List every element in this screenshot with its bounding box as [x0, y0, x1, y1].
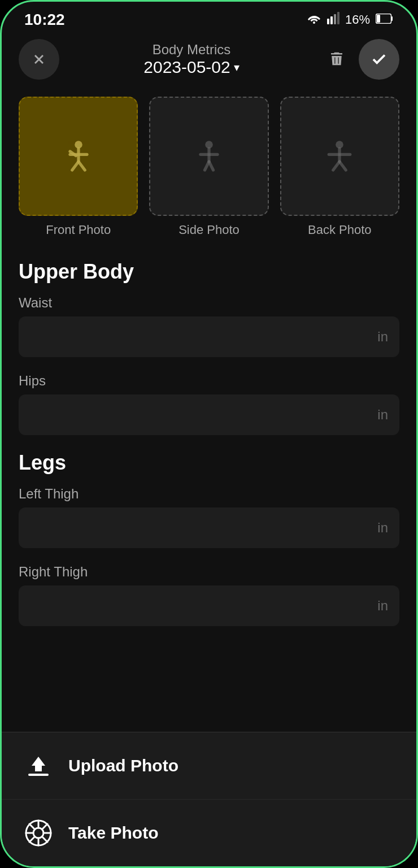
back-person-icon [323, 140, 356, 173]
upper-body-title: Upper Body [19, 260, 399, 284]
status-bar: 10:22 16% [2, 2, 416, 33]
camera-icon [24, 819, 53, 847]
take-photo-action[interactable]: Take Photo [2, 800, 416, 866]
svg-marker-25 [32, 757, 45, 771]
svg-rect-24 [28, 774, 49, 776]
hips-field-container: Hips in [19, 373, 399, 435]
waist-field-container: Waist in [19, 295, 399, 357]
side-photo-box[interactable] [149, 97, 268, 216]
right-thigh-unit: in [377, 598, 388, 614]
left-thigh-label: Left Thigh [19, 486, 399, 502]
close-button[interactable] [19, 39, 59, 80]
confirm-button[interactable] [359, 39, 399, 80]
delete-button[interactable] [324, 46, 350, 73]
svg-rect-3 [337, 12, 339, 24]
svg-line-33 [42, 837, 47, 842]
front-photo-slot: Front Photo [19, 97, 138, 237]
status-icons: 16% [307, 12, 394, 28]
svg-line-23 [339, 162, 346, 170]
svg-rect-5 [377, 15, 380, 23]
right-thigh-field-container: Right Thigh in [19, 564, 399, 626]
header-date-row[interactable]: 2023-05-02 ▾ [143, 58, 239, 77]
svg-rect-0 [327, 19, 329, 24]
hips-input-wrapper: in [19, 394, 399, 435]
hips-unit: in [377, 407, 388, 423]
side-photo-slot: Side Photo [149, 97, 268, 237]
status-time: 10:22 [24, 11, 65, 29]
svg-line-18 [209, 162, 214, 170]
right-thigh-input-wrapper: in [19, 585, 399, 626]
side-photo-label: Side Photo [178, 223, 240, 237]
back-photo-box[interactable] [280, 97, 399, 216]
take-photo-label: Take Photo [68, 823, 158, 843]
svg-line-12 [79, 162, 85, 170]
back-photo-slot: Back Photo [280, 97, 399, 237]
photo-section: Front Photo Side Photo [2, 91, 416, 249]
hips-label: Hips [19, 373, 399, 389]
upper-body-section: Upper Body Waist in Hips in [19, 260, 399, 435]
left-thigh-field-container: Left Thigh in [19, 486, 399, 548]
svg-line-35 [29, 837, 34, 842]
upload-photo-action[interactable]: Upload Photo [2, 732, 416, 800]
left-thigh-input[interactable] [19, 507, 399, 548]
svg-rect-2 [334, 14, 336, 24]
legs-title: Legs [19, 451, 399, 475]
front-photo-label: Front Photo [46, 223, 111, 237]
waist-input[interactable] [19, 316, 399, 357]
signal-icon [327, 12, 339, 28]
header: Body Metrics 2023-05-02 ▾ [2, 33, 416, 91]
chevron-down-icon: ▾ [234, 60, 240, 74]
upload-icon [24, 752, 53, 780]
right-thigh-label: Right Thigh [19, 564, 399, 580]
side-person-icon [192, 140, 226, 173]
hips-input[interactable] [19, 394, 399, 435]
battery-indicator: 16% [345, 12, 370, 27]
svg-line-34 [42, 824, 47, 829]
header-center: Body Metrics 2023-05-02 ▾ [143, 42, 239, 77]
waist-input-wrapper: in [19, 316, 399, 357]
header-title: Body Metrics [143, 42, 239, 58]
svg-line-32 [29, 824, 34, 829]
waist-label: Waist [19, 295, 399, 311]
front-person-icon [62, 140, 95, 173]
svg-rect-1 [330, 16, 333, 24]
header-actions [324, 39, 399, 80]
header-date: 2023-05-02 [143, 58, 230, 77]
bottom-sheet: Upload Photo Take P [2, 732, 416, 866]
svg-line-22 [333, 162, 339, 170]
battery-icon [376, 14, 394, 26]
front-photo-box[interactable] [19, 97, 138, 216]
upload-photo-label: Upload Photo [68, 756, 178, 775]
svg-line-11 [72, 162, 78, 170]
right-thigh-input[interactable] [19, 585, 399, 626]
back-photo-label: Back Photo [308, 223, 372, 237]
phone-frame: 10:22 16% [0, 0, 418, 868]
left-thigh-unit: in [377, 520, 388, 536]
legs-section: Legs Left Thigh in Right Thigh in [19, 451, 399, 626]
waist-unit: in [377, 329, 388, 345]
wifi-icon [307, 12, 321, 28]
left-thigh-input-wrapper: in [19, 507, 399, 548]
